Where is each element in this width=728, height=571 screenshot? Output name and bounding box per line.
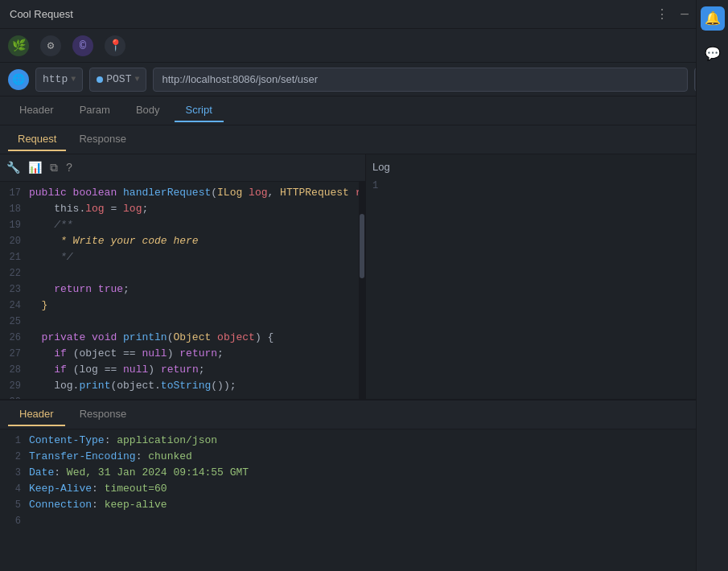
bottom-line-3: 3 Date: Wed, 31 Jan 2024 09:14:55 GMT: [0, 465, 728, 481]
line-num-18: 18: [0, 201, 29, 217]
bottom-tab-header[interactable]: Header: [8, 403, 65, 426]
http-protocol-select[interactable]: http ▼: [35, 68, 83, 92]
code-line-22: 22: [0, 265, 365, 281]
line-code-17: public boolean handlerRequest(ILog log, …: [29, 185, 365, 201]
tab-body[interactable]: Body: [125, 99, 171, 122]
copy-icon[interactable]: ⧉: [50, 162, 58, 175]
code-line-29: 29 log.print(object.toString());: [0, 378, 365, 394]
notification-bell-button[interactable]: 🔔: [701, 6, 725, 31]
code-line-30: 30: [0, 394, 365, 399]
tab-header[interactable]: Header: [8, 99, 65, 122]
tab-param[interactable]: Param: [68, 99, 121, 122]
line-code-20: * Write your code here: [29, 233, 365, 249]
line-code-22: [29, 265, 365, 281]
code-log-area: 🔧 📊 ⧉ ? 17 public boolean handlerRequest…: [0, 154, 728, 399]
url-input[interactable]: [153, 68, 688, 92]
wrench-icon[interactable]: 🔧: [6, 161, 20, 175]
line-num-28: 28: [0, 362, 29, 378]
code-editor[interactable]: 🔧 📊 ⧉ ? 17 public boolean handlerRequest…: [0, 154, 366, 399]
bottom-line-4: 4 Keep-Alive: timeout=60: [0, 481, 728, 497]
code-toolbar: 🔧 📊 ⧉ ?: [0, 154, 365, 182]
http-protocol-value: http: [43, 73, 68, 85]
line-code-25: [29, 314, 365, 330]
log-line-1: 1: [372, 178, 722, 194]
bar-chart-icon[interactable]: 📊: [28, 161, 42, 175]
leaf-icon-button[interactable]: 🌿: [8, 35, 29, 56]
bottom-line-code-4: Keep-Alive: timeout=60: [29, 481, 728, 497]
code-scrollbar[interactable]: [359, 182, 365, 399]
bottom-line-num-6: 6: [0, 513, 29, 529]
line-code-23: return true;: [29, 281, 365, 298]
code-line-27: 27 if (object == null) return;: [0, 346, 365, 362]
method-chevron-icon: ▼: [134, 75, 139, 84]
line-code-28: if (log == null) return;: [29, 362, 365, 378]
line-code-26: private void println(Object object) {: [29, 330, 365, 346]
code-line-19: 19 /**: [0, 217, 365, 233]
app-title: Cool Request: [10, 8, 73, 20]
bottom-line-code-1: Content-Type: application/json: [29, 433, 728, 449]
bottom-tab-bar: Header Response: [0, 401, 728, 429]
http-method-select[interactable]: POST ▼: [89, 68, 146, 92]
bottom-line-5: 5 Connection: keep-alive: [0, 497, 728, 513]
log-line-num-1: 1: [372, 178, 378, 194]
bottom-panel: Header Response 1 Content-Type: applicat…: [0, 399, 728, 552]
bottom-line-num-2: 2: [0, 449, 29, 465]
bottom-line-code-6: [29, 513, 728, 529]
line-code-30: [29, 394, 365, 399]
line-code-21: */: [29, 249, 365, 265]
line-code-29: log.print(object.toString());: [29, 378, 365, 394]
code-line-26: 26 private void println(Object object) {: [0, 330, 365, 346]
request-response-tab-bar: Request Response: [0, 125, 728, 154]
bottom-line-num-3: 3: [0, 465, 29, 481]
script-area: Request Response 🔧 📊 ⧉ ? 17 public boole…: [0, 125, 728, 399]
url-bar: 🌐 http ▼ POST ▼ ➤: [0, 63, 728, 97]
bottom-line-6: 6: [0, 513, 728, 529]
line-num-25: 25: [0, 314, 29, 330]
copyright-icon-button[interactable]: ©: [72, 35, 93, 56]
right-sidebar: 🔔 💬: [696, 0, 728, 571]
tab-request[interactable]: Request: [8, 128, 66, 151]
minimize-button[interactable]: —: [677, 6, 693, 23]
line-code-19: /**: [29, 217, 365, 233]
line-code-24: }: [29, 298, 365, 314]
code-line-21: 21 */: [0, 249, 365, 265]
code-line-23: 23 return true;: [0, 281, 365, 298]
bottom-line-code-5: Connection: keep-alive: [29, 497, 728, 513]
bottom-line-code-3: Date: Wed, 31 Jan 2024 09:14:55 GMT: [29, 465, 728, 481]
help-icon[interactable]: ?: [66, 162, 72, 175]
code-content: 17 public boolean handlerRequest(ILog lo…: [0, 182, 365, 399]
line-num-26: 26: [0, 330, 29, 346]
line-num-21: 21: [0, 249, 29, 265]
settings-icon-button[interactable]: ⚙: [40, 35, 61, 56]
code-line-17: 17 public boolean handlerRequest(ILog lo…: [0, 185, 365, 201]
bottom-line-num-1: 1: [0, 433, 29, 449]
bottom-tab-response[interactable]: Response: [68, 403, 138, 426]
code-line-28: 28 if (log == null) return;: [0, 362, 365, 378]
http-method-value: POST: [106, 73, 131, 85]
more-button[interactable]: ⋮: [654, 6, 670, 23]
line-num-17: 17: [0, 185, 29, 201]
code-scrollbar-thumb: [360, 214, 364, 278]
line-num-30: 30: [0, 394, 29, 399]
line-num-29: 29: [0, 378, 29, 394]
bottom-line-num-5: 5: [0, 497, 29, 513]
code-line-24: 24 }: [0, 298, 365, 314]
http-chevron-icon: ▼: [71, 75, 76, 84]
line-num-24: 24: [0, 298, 29, 314]
bottom-line-2: 2 Transfer-Encoding: chunked: [0, 449, 728, 465]
code-line-18: 18 this.log = log;: [0, 201, 365, 217]
line-num-27: 27: [0, 346, 29, 362]
tab-script[interactable]: Script: [175, 99, 224, 122]
log-title: Log: [372, 161, 722, 173]
pin-icon-button[interactable]: 📍: [105, 35, 125, 56]
chat-icon-button[interactable]: 💬: [701, 42, 725, 66]
line-code-18: this.log = log;: [29, 201, 365, 217]
tab-response[interactable]: Response: [69, 128, 136, 151]
bottom-line-num-4: 4: [0, 481, 29, 497]
toolbar: 🌿 ⚙ © 📍: [0, 29, 728, 63]
method-dot-icon: [97, 76, 103, 83]
line-num-23: 23: [0, 281, 29, 298]
globe-icon: 🌐: [8, 69, 29, 90]
code-line-20: 20 * Write your code here: [0, 233, 365, 249]
title-bar: Cool Request ⋮ — 🔔: [0, 0, 728, 29]
